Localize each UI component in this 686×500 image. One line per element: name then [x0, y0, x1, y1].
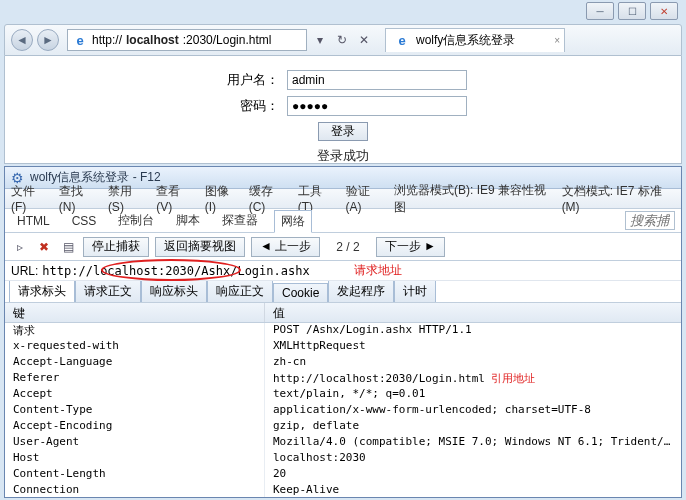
header-row: 请求POST /Ashx/Login.ashx HTTP/1.1	[5, 323, 681, 339]
header-value: 20	[265, 467, 681, 483]
browser-toolbar: ◄ ► e http://localhost:2030/Login.html ▾…	[4, 24, 682, 56]
stop-capture-button[interactable]: 停止捕获	[83, 237, 149, 257]
header-key: x-requested-with	[5, 339, 265, 355]
header-row: Content-Length20	[5, 467, 681, 483]
header-value: XMLHttpRequest	[265, 339, 681, 355]
header-key: Connection	[5, 483, 265, 497]
header-key: User-Agent	[5, 435, 265, 451]
ie-favicon: e	[72, 32, 88, 48]
tool-tab-探查器[interactable]: 探查器	[216, 210, 264, 231]
header-value: Mozilla/4.0 (compatible; MSIE 7.0; Windo…	[265, 435, 681, 451]
header-row: Hostlocalhost:2030	[5, 451, 681, 467]
devtools-menubar: 文件(F)查找(N)禁用(S)查看(V)图像(I)缓存(C)工具(T)验证(A)…	[5, 189, 681, 209]
header-value: text/plain, */*; q=0.01	[265, 387, 681, 403]
url-prefix: http://	[92, 33, 122, 47]
password-input[interactable]	[287, 96, 467, 116]
sub-tab[interactable]: 请求标头	[9, 280, 75, 302]
header-row: Accepttext/plain, */*; q=0.01	[5, 387, 681, 403]
sub-tab[interactable]: 发起程序	[328, 280, 394, 302]
header-value: POST /Ashx/Login.ashx HTTP/1.1	[265, 323, 681, 339]
pager-text: 2 / 2	[336, 240, 359, 254]
column-value-header: 值	[265, 303, 681, 322]
column-key-header: 键	[5, 303, 265, 322]
username-label: 用户名：	[219, 71, 279, 89]
annotation-text: 引用地址	[491, 372, 535, 384]
next-step-button[interactable]: 下一步 ►	[376, 237, 445, 257]
url-dropdown-icon[interactable]: ▾	[311, 31, 329, 49]
header-row: Refererhttp://localhost:2030/Login.html引…	[5, 371, 681, 387]
header-row: Accept-Languagezh-cn	[5, 355, 681, 371]
login-success-message: 登录成功	[317, 147, 369, 165]
prev-step-button[interactable]: ◄ 上一步	[251, 237, 320, 257]
header-row: Accept-Encodinggzip, deflate	[5, 419, 681, 435]
header-row: x-requested-withXMLHttpRequest	[5, 339, 681, 355]
password-label: 密码：	[219, 97, 279, 115]
annotation-request-url: 请求地址	[354, 262, 402, 279]
sub-tab[interactable]: 响应标头	[141, 280, 207, 302]
header-key: Accept	[5, 387, 265, 403]
header-key: Host	[5, 451, 265, 467]
tab-title: wolfy信息系统登录	[416, 32, 515, 49]
header-row: User-AgentMozilla/4.0 (compatible; MSIE …	[5, 435, 681, 451]
back-button[interactable]: ◄	[11, 29, 33, 51]
header-value: localhost:2030	[265, 451, 681, 467]
login-button[interactable]: 登录	[318, 122, 368, 141]
headers-table-body: 请求POST /Ashx/Login.ashx HTTP/1.1x-reques…	[5, 323, 681, 497]
header-value: Keep-Alive	[265, 483, 681, 497]
header-key: Referer	[5, 371, 265, 387]
header-value: http://localhost:2030/Login.html引用地址	[265, 371, 681, 387]
url-domain: localhost	[126, 33, 179, 47]
headers-table-header: 键 值	[5, 303, 681, 323]
network-actions: ▹ ✖ ▤ 停止捕获 返回摘要视图 ◄ 上一步 2 / 2 下一步 ►	[5, 233, 681, 261]
network-subtabs: 请求标头请求正文响应标头响应正文Cookie发起程序计时	[5, 281, 681, 303]
devtools-panel: ⚙ wolfy信息系统登录 - F12 文件(F)查找(N)禁用(S)查看(V)…	[4, 166, 682, 498]
maximize-button[interactable]: ☐	[618, 2, 646, 20]
sub-tab[interactable]: 计时	[394, 280, 436, 302]
request-url-line: URL: http://localhost:2030/Ashx/Login.as…	[5, 261, 681, 281]
close-window-button[interactable]: ✕	[650, 2, 678, 20]
sub-tab[interactable]: Cookie	[273, 283, 328, 302]
browser-tab[interactable]: e wolfy信息系统登录 ×	[385, 28, 565, 52]
address-bar[interactable]: e http://localhost:2030/Login.html	[67, 29, 307, 51]
header-key: Accept-Encoding	[5, 419, 265, 435]
tool-tab-html[interactable]: HTML	[11, 212, 56, 230]
header-key: Accept-Language	[5, 355, 265, 371]
save-icon[interactable]: ▤	[59, 238, 77, 256]
header-value: gzip, deflate	[265, 419, 681, 435]
header-value: application/x-www-form-urlencoded; chars…	[265, 403, 681, 419]
pointer-tool-icon[interactable]: ▹	[11, 238, 29, 256]
sub-tab[interactable]: 响应正文	[207, 280, 273, 302]
request-url: http://localhost:2030/Ashx/Login.ashx	[42, 264, 309, 278]
url-rest: :2030/Login.html	[183, 33, 272, 47]
refresh-icon[interactable]: ↻	[333, 31, 351, 49]
header-row: Content-Typeapplication/x-www-form-urlen…	[5, 403, 681, 419]
username-input[interactable]	[287, 70, 467, 90]
return-summary-button[interactable]: 返回摘要视图	[155, 237, 245, 257]
window-controls: ─ ☐ ✕	[586, 2, 678, 20]
close-tab-icon[interactable]: ×	[554, 35, 560, 46]
minimize-button[interactable]: ─	[586, 2, 614, 20]
page-content: 用户名： 密码： 登录 登录成功	[4, 56, 682, 164]
header-key: Content-Length	[5, 467, 265, 483]
stop-icon[interactable]: ✕	[355, 31, 373, 49]
header-row: ConnectionKeep-Alive	[5, 483, 681, 497]
tool-tab-控制台[interactable]: 控制台	[112, 210, 160, 231]
forward-button[interactable]: ►	[37, 29, 59, 51]
tool-tab-网络[interactable]: 网络	[274, 210, 312, 233]
url-label: URL:	[11, 264, 38, 278]
tool-tab-css[interactable]: CSS	[66, 212, 103, 230]
clear-session-icon[interactable]: ✖	[35, 238, 53, 256]
header-value: zh-cn	[265, 355, 681, 371]
sub-tab[interactable]: 请求正文	[75, 280, 141, 302]
devtools-search-input[interactable]	[625, 211, 675, 230]
header-key: Content-Type	[5, 403, 265, 419]
tab-ie-icon: e	[394, 33, 410, 49]
tool-tab-脚本[interactable]: 脚本	[170, 210, 206, 231]
devtools-tool-tabs: HTMLCSS控制台脚本探查器网络	[5, 209, 681, 233]
header-key: 请求	[5, 323, 265, 339]
